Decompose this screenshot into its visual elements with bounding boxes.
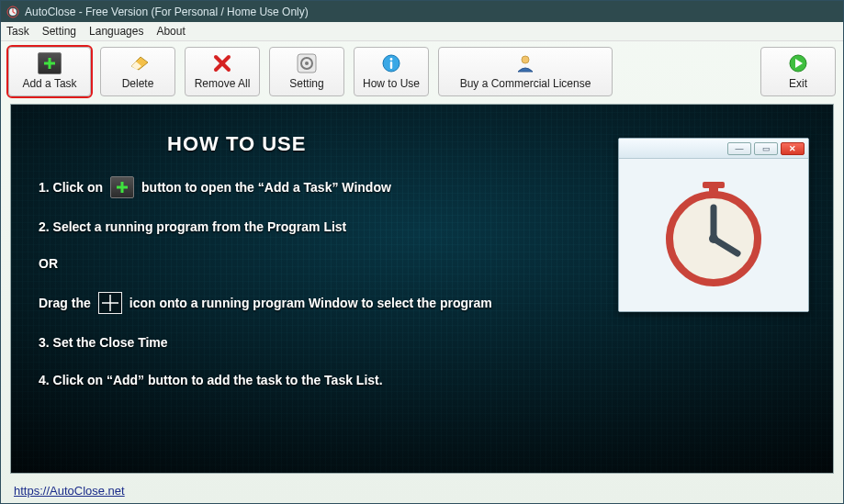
add-task-label: Add a Task (22, 77, 76, 90)
illustration-body (619, 159, 808, 311)
svg-rect-25 (703, 182, 725, 188)
user-icon (512, 53, 538, 73)
setting-button[interactable]: Setting (269, 47, 344, 96)
howto-step-3: 3. Set the Close Time (39, 334, 805, 351)
svg-rect-15 (390, 62, 392, 69)
svg-point-28 (709, 234, 718, 243)
crosshair-icon (98, 292, 122, 314)
menu-about[interactable]: About (156, 25, 185, 38)
delete-button[interactable]: Delete (100, 47, 175, 96)
remove-all-button[interactable]: Remove All (185, 47, 260, 96)
website-link[interactable]: https://AutoClose.net (14, 484, 125, 498)
menubar: Task Setting Languages About (1, 22, 843, 41)
app-window: AutoClose - Free Version (For Personal /… (0, 0, 844, 504)
menu-task[interactable]: Task (6, 25, 29, 38)
exit-label: Exit (789, 77, 807, 90)
x-icon (209, 53, 235, 73)
setting-label: Setting (289, 77, 323, 90)
svg-point-12 (305, 62, 309, 65)
delete-label: Delete (122, 77, 154, 90)
illustration-window: — ▭ ✕ (618, 138, 809, 312)
buy-license-button[interactable]: Buy a Commercial License (438, 47, 613, 96)
howto-drag-a: Drag the (39, 295, 91, 311)
menu-setting[interactable]: Setting (42, 25, 76, 38)
svg-point-16 (522, 56, 529, 63)
titlebar: AutoClose - Free Version (For Personal /… (1, 1, 843, 22)
close-icon: ✕ (781, 142, 805, 155)
app-icon (6, 6, 19, 18)
howto-step-4: 4. Click on “Add” button to add the task… (39, 372, 805, 388)
how-to-use-button[interactable]: How to Use (354, 47, 429, 96)
exit-button[interactable]: Exit (760, 47, 836, 96)
howto-step1-b: button to open the “Add a Task” Window (141, 179, 391, 196)
toolbar: Add a Task Delete Remove All (1, 41, 843, 100)
remove-all-label: Remove All (195, 77, 251, 90)
exit-icon (785, 53, 811, 73)
buy-license-label: Buy a Commercial License (460, 77, 591, 90)
howto-panel: HOW TO USE 1. Click on button to open th… (10, 104, 834, 474)
minimize-icon: — (727, 142, 751, 155)
howto-drag-b: icon onto a running program Window to se… (129, 295, 492, 311)
footer: https://AutoClose.net (1, 477, 843, 503)
plus-icon (110, 176, 134, 198)
maximize-icon: ▭ (754, 142, 778, 155)
svg-point-14 (390, 58, 393, 61)
gear-icon (294, 53, 320, 73)
how-to-use-label: How to Use (363, 77, 420, 90)
titlebar-text: AutoClose - Free Version (For Personal /… (25, 6, 309, 18)
menu-languages[interactable]: Languages (89, 25, 143, 38)
clock-icon (658, 180, 769, 290)
eraser-icon (125, 53, 151, 73)
add-task-button[interactable]: Add a Task (8, 47, 91, 96)
toolbar-spacer (622, 47, 751, 96)
plus-icon (37, 53, 62, 73)
info-icon (378, 53, 404, 73)
howto-step1-a: 1. Click on (39, 179, 103, 196)
svg-marker-6 (131, 57, 148, 70)
illustration-titlebar: — ▭ ✕ (619, 139, 808, 159)
